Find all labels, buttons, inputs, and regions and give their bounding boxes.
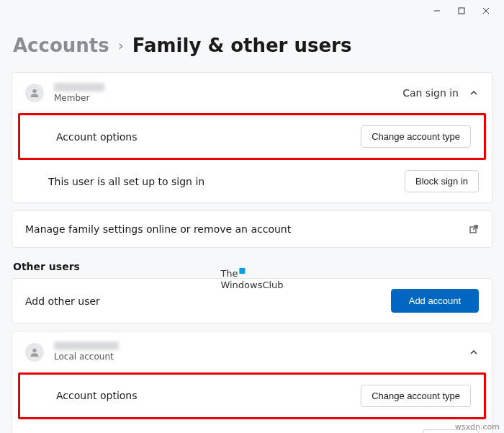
avatar	[25, 84, 44, 102]
signin-status: Can sign in	[402, 87, 459, 99]
chevron-right-icon: ›	[118, 37, 124, 54]
svg-point-4	[32, 89, 36, 93]
svg-line-6	[473, 226, 477, 230]
local-user-header[interactable]: Local account	[12, 331, 492, 372]
maximize-button[interactable]	[456, 6, 467, 16]
account-data-row: Account and data Remove	[12, 419, 492, 433]
local-user-card: Local account Account options Change acc…	[12, 331, 492, 433]
svg-rect-1	[459, 8, 464, 14]
breadcrumb: Accounts › Family & other users	[13, 35, 492, 56]
user-name-redacted	[54, 83, 104, 91]
open-external-icon	[469, 224, 479, 234]
chevron-up-icon	[469, 347, 479, 357]
user-role: Member	[54, 93, 104, 103]
family-user-header[interactable]: Member Can sign in	[12, 73, 492, 113]
highlight-account-options-family: Account options Change account type	[18, 113, 486, 160]
change-account-type-button[interactable]: Change account type	[361, 125, 471, 148]
close-button[interactable]	[481, 6, 491, 16]
add-account-button[interactable]: Add account	[391, 289, 479, 313]
avatar	[25, 343, 44, 362]
change-account-type-button[interactable]: Change account type	[361, 385, 471, 407]
user-name-redacted	[54, 342, 119, 350]
block-signin-button[interactable]: Block sign in	[405, 170, 479, 192]
titlebar	[0, 0, 504, 22]
page-title: Family & other users	[132, 35, 352, 56]
minimize-button[interactable]	[432, 6, 442, 16]
signin-setup-text: This user is all set up to sign in	[48, 176, 204, 187]
other-users-heading: Other users	[13, 261, 492, 272]
account-options-label: Account options	[56, 390, 138, 401]
add-other-user-text: Add other user	[25, 295, 100, 307]
signin-setup-row: This user is all set up to sign in Block…	[12, 160, 492, 202]
family-user-card: Member Can sign in Account options Chang…	[12, 72, 492, 203]
svg-point-7	[32, 348, 36, 352]
account-options-label: Account options	[56, 131, 138, 143]
manage-family-card[interactable]: Manage family settings online or remove …	[12, 210, 492, 248]
breadcrumb-parent[interactable]: Accounts	[13, 35, 109, 56]
account-options-row: Account options Change account type	[20, 375, 484, 417]
user-role: Local account	[54, 352, 119, 362]
footer-watermark: wsxdn.com	[455, 422, 500, 432]
manage-family-text: Manage family settings online or remove …	[25, 223, 291, 235]
highlight-account-options-local: Account options Change account type	[18, 372, 486, 419]
add-other-user-card: Add other user Add account	[12, 278, 492, 323]
account-options-row: Account options Change account type	[20, 115, 484, 158]
chevron-up-icon	[469, 88, 479, 98]
